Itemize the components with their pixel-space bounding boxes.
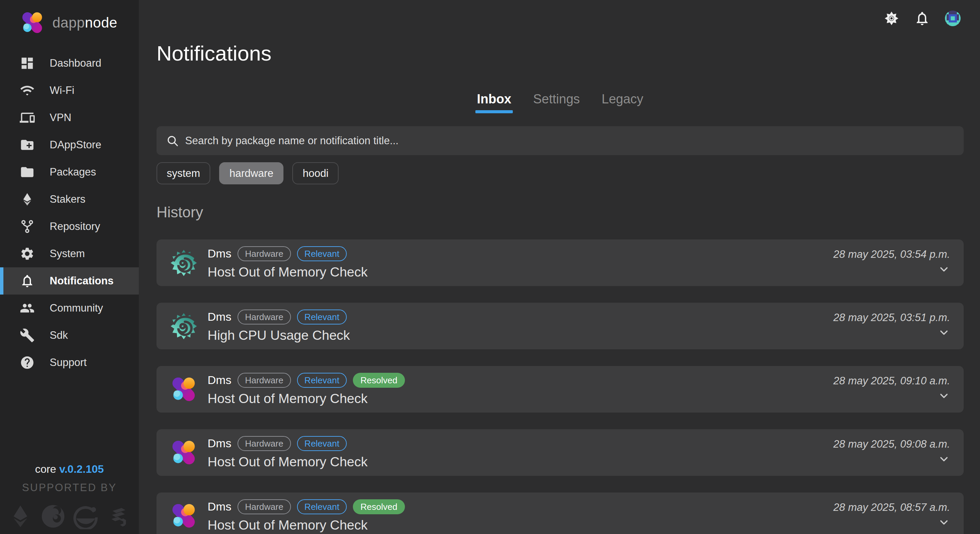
relevant-badge: Relevant: [297, 246, 347, 261]
card-meta: 28 may 2025, 09:08 a.m.: [833, 438, 950, 467]
sidebar-nav: Dashboard Wi-Fi VPN DAppStore Packages S…: [0, 50, 139, 376]
chevron-down-icon[interactable]: [938, 326, 950, 339]
ethereum-logo-icon: [8, 504, 33, 529]
card-text: Dms Hardware Relevant Resolved Host Out …: [208, 373, 405, 406]
sidebar-item-system[interactable]: System: [0, 240, 139, 267]
sidebar-item-wifi[interactable]: Wi-Fi: [0, 77, 139, 104]
notification-list: Dms Hardware Relevant Host Out of Memory…: [156, 240, 964, 534]
avatar-identicon[interactable]: [945, 10, 961, 27]
people-icon: [20, 301, 35, 316]
sidebar-item-stakers[interactable]: Stakers: [0, 186, 139, 213]
gnosis-logo-icon: [40, 504, 66, 529]
sidebar-item-notifications[interactable]: Notifications: [0, 267, 139, 294]
git-fork-icon: [20, 219, 35, 234]
notification-title: Host Out of Memory Check: [208, 265, 368, 280]
timestamp: 28 may 2025, 03:51 p.m.: [833, 312, 950, 324]
wifi-icon: [20, 83, 35, 98]
card-meta: 28 may 2025, 03:54 p.m.: [833, 248, 950, 277]
sidebar-item-packages[interactable]: Packages: [0, 159, 139, 186]
source-label: Dms: [208, 310, 231, 323]
ethereum-icon: [20, 192, 35, 207]
sidebar-item-community[interactable]: Community: [0, 294, 139, 322]
dappnode-logo-icon: [169, 375, 198, 404]
sidebar-item-dashboard[interactable]: Dashboard: [0, 50, 139, 77]
search-bar: [156, 126, 964, 155]
tabs: Inbox Settings Legacy: [156, 92, 964, 113]
category-badge: Hardware: [237, 246, 291, 261]
history-heading: History: [156, 204, 964, 220]
sidebar-footer: core v.0.2.105 SUPPORTED BY: [0, 463, 139, 529]
notification-card[interactable]: Dms Hardware Relevant Resolved Host Out …: [156, 493, 964, 534]
dappnode-logo-icon: [20, 10, 45, 35]
notification-card[interactable]: Dms Hardware Relevant Resolved Host Out …: [156, 366, 964, 413]
sidebar-item-label: Packages: [50, 166, 96, 178]
card-meta: 28 may 2025, 09:10 a.m.: [833, 375, 950, 404]
relevant-badge: Relevant: [297, 310, 347, 324]
sidebar-item-sdk[interactable]: Sdk: [0, 322, 139, 349]
sidebar-item-label: Repository: [50, 220, 100, 233]
notification-title: Host Out of Memory Check: [208, 391, 405, 406]
brand-name: dappnode: [52, 14, 118, 31]
page-title: Notifications: [156, 43, 964, 64]
tab-settings[interactable]: Settings: [533, 92, 580, 113]
core-version-line: core v.0.2.105: [0, 463, 139, 475]
sidebar-item-vpn[interactable]: VPN: [0, 104, 139, 131]
gear-icon: [20, 246, 35, 261]
sidebar-item-label: DAppStore: [50, 139, 102, 151]
timestamp: 28 may 2025, 09:10 a.m.: [833, 375, 950, 387]
category-badge: Hardware: [237, 373, 291, 388]
sidebar-item-support[interactable]: Support: [0, 349, 139, 376]
core-version[interactable]: v.0.2.105: [59, 463, 104, 475]
timestamp: 28 may 2025, 08:57 a.m.: [833, 501, 950, 513]
sidebar-item-label: Wi-Fi: [50, 84, 74, 97]
partner-logos: [0, 504, 139, 529]
chevron-down-icon[interactable]: [938, 390, 950, 402]
topbar-icons: [883, 10, 961, 27]
chevron-down-icon[interactable]: [938, 516, 950, 529]
light-mode-icon[interactable]: [883, 10, 900, 27]
sidebar-item-dappstore[interactable]: DAppStore: [0, 131, 139, 159]
dappnode-logo-icon: [169, 502, 198, 530]
chevron-down-icon[interactable]: [938, 263, 950, 275]
relevant-badge: Relevant: [297, 436, 347, 451]
sidebar-item-label: Dashboard: [50, 57, 102, 69]
aragon-logo-icon: [73, 504, 99, 529]
chip-hoodi[interactable]: hoodi: [292, 162, 339, 184]
tab-legacy[interactable]: Legacy: [601, 92, 643, 113]
notification-title: High CPU Usage Check: [208, 328, 350, 343]
category-badge: Hardware: [237, 310, 291, 324]
dappnode-logo-icon: [169, 439, 198, 467]
sidebar-item-label: Stakers: [50, 193, 86, 205]
notification-card[interactable]: Dms Hardware Relevant High CPU Usage Che…: [156, 303, 964, 349]
card-meta: 28 may 2025, 03:51 p.m.: [833, 312, 950, 340]
category-badge: Hardware: [237, 499, 291, 514]
main-content: Notifications Inbox Settings Legacy syst…: [139, 0, 980, 534]
notification-title: Host Out of Memory Check: [208, 518, 405, 532]
card-text: Dms Hardware Relevant Host Out of Memory…: [208, 246, 368, 280]
card-text: Dms Hardware Relevant Host Out of Memory…: [208, 436, 368, 469]
filter-chips: system hardware hoodi: [156, 162, 964, 184]
chip-hardware[interactable]: hardware: [219, 162, 283, 184]
card-text: Dms Hardware Relevant High CPU Usage Che…: [208, 310, 350, 343]
notification-card[interactable]: Dms Hardware Relevant Host Out of Memory…: [156, 240, 964, 286]
brand-name-prefix: dapp: [52, 14, 85, 30]
relevant-badge: Relevant: [297, 499, 347, 514]
notification-card[interactable]: Dms Hardware Relevant Host Out of Memory…: [156, 429, 964, 476]
bell-icon[interactable]: [914, 10, 930, 27]
brand-logo[interactable]: dappnode: [0, 0, 139, 35]
search-input[interactable]: [185, 135, 954, 147]
grafana-logo-icon: [169, 249, 198, 277]
tab-inbox[interactable]: Inbox: [477, 92, 511, 113]
devices-icon: [20, 110, 35, 125]
sidebar-item-label: System: [50, 248, 85, 260]
source-label: Dms: [208, 500, 231, 513]
card-meta: 28 may 2025, 08:57 a.m.: [833, 501, 950, 530]
sidebar-item-label: Notifications: [50, 275, 114, 287]
category-badge: Hardware: [237, 436, 291, 451]
sidebar-item-label: Sdk: [50, 329, 68, 342]
sidebar-item-repository[interactable]: Repository: [0, 213, 139, 240]
timestamp: 28 may 2025, 03:54 p.m.: [833, 248, 950, 261]
chip-system[interactable]: system: [156, 162, 210, 184]
chevron-down-icon[interactable]: [938, 453, 950, 465]
grafana-logo-icon: [169, 312, 198, 340]
